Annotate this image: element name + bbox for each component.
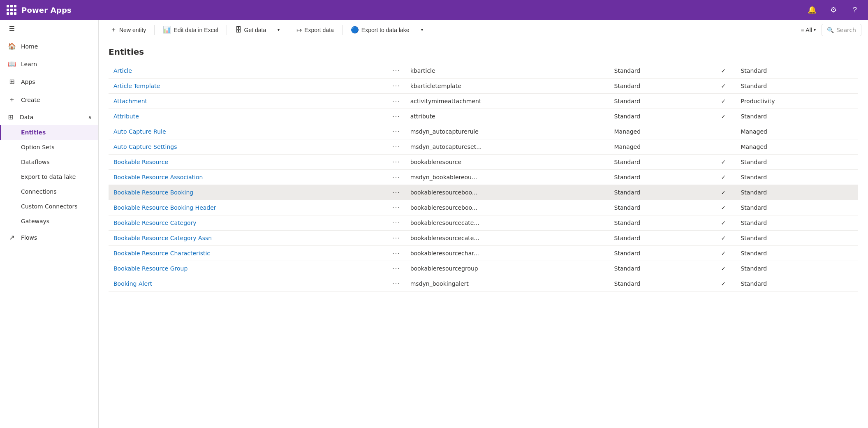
entity-more-menu[interactable]: ··· <box>387 276 405 292</box>
sidebar-item-create[interactable]: ＋ Create <box>0 90 98 109</box>
entity-type: Standard <box>609 170 711 185</box>
notification-button[interactable]: 🔔 <box>806 3 819 16</box>
entity-more-menu[interactable]: ··· <box>387 79 405 94</box>
sidebar-item-apps[interactable]: ⊞ Apps <box>0 73 98 90</box>
entity-name[interactable]: Bookable Resource Booking Header <box>109 200 387 215</box>
entity-auditing: ✓ <box>711 155 736 170</box>
entity-more-menu[interactable]: ··· <box>387 170 405 185</box>
settings-button[interactable]: ⚙ <box>827 3 840 16</box>
table-row[interactable]: Article ··· kbarticle Standard ✓ Standar… <box>109 63 858 79</box>
export-data-icon: ↦ <box>296 26 302 34</box>
entity-tag: Standard <box>736 185 858 200</box>
entity-name[interactable]: Article <box>109 63 387 79</box>
table-row[interactable]: Booking Alert ··· msdyn_bookingalert Sta… <box>109 276 858 292</box>
sidebar-item-data[interactable]: ⊞ Data ∧ <box>0 109 98 125</box>
filter-button[interactable]: ≡ All ▾ <box>796 24 820 36</box>
entity-logical-name: msdyn_bookingalert <box>405 276 609 292</box>
entity-name[interactable]: Bookable Resource Category <box>109 215 387 231</box>
get-data-dropdown[interactable]: ▾ <box>273 25 285 35</box>
table-row[interactable]: Auto Capture Rule ··· msdyn_autocapturer… <box>109 124 858 139</box>
entity-more-menu[interactable]: ··· <box>387 124 405 139</box>
sidebar-sub-export[interactable]: Export to data lake <box>0 169 98 184</box>
entity-tag: Standard <box>736 231 858 246</box>
export-lake-label: Export to data lake <box>361 27 410 33</box>
entity-name[interactable]: Article Template <box>109 79 387 94</box>
table-row[interactable]: Article Template ··· kbarticletemplate S… <box>109 79 858 94</box>
page-title: Entities <box>109 47 858 57</box>
entity-tag: Standard <box>736 276 858 292</box>
table-row[interactable]: Auto Capture Settings ··· msdyn_autocapt… <box>109 139 858 155</box>
entity-name[interactable]: Bookable Resource Category Assn <box>109 231 387 246</box>
entity-more-menu[interactable]: ··· <box>387 246 405 261</box>
entity-type: Standard <box>609 246 711 261</box>
entity-tag: Standard <box>736 170 858 185</box>
sidebar-sub-custom-connectors[interactable]: Custom Connectors <box>0 199 98 214</box>
entity-name[interactable]: Auto Capture Rule <box>109 124 387 139</box>
new-entity-button[interactable]: ＋ New entity <box>105 23 151 37</box>
entity-auditing: ✓ <box>711 63 736 79</box>
filter-lines-icon: ≡ <box>801 27 804 33</box>
entity-name[interactable]: Attribute <box>109 109 387 124</box>
entity-type: Standard <box>609 276 711 292</box>
sidebar-sub-option-sets[interactable]: Option Sets <box>0 140 98 155</box>
entity-more-menu[interactable]: ··· <box>387 231 405 246</box>
entity-more-menu[interactable]: ··· <box>387 215 405 231</box>
get-data-label: Get data <box>244 27 266 33</box>
entity-name[interactable]: Bookable Resource Group <box>109 261 387 276</box>
sidebar-sub-gateways[interactable]: Gateways <box>0 214 98 229</box>
entity-tag: Standard <box>736 155 858 170</box>
entity-auditing <box>711 139 736 155</box>
table-row[interactable]: Bookable Resource Category ··· bookabler… <box>109 215 858 231</box>
entity-name[interactable]: Bookable Resource Association <box>109 170 387 185</box>
edit-data-button[interactable]: 📊 Edit data in Excel <box>158 23 223 36</box>
sidebar-sub-connections[interactable]: Connections <box>0 184 98 199</box>
table-row[interactable]: Bookable Resource Category Assn ··· book… <box>109 231 858 246</box>
entity-tag: Standard <box>736 63 858 79</box>
table-row[interactable]: Attribute ··· attribute Standard ✓ Stand… <box>109 109 858 124</box>
check-icon: ✓ <box>721 250 726 257</box>
table-row[interactable]: Bookable Resource Association ··· msdyn_… <box>109 170 858 185</box>
check-icon: ✓ <box>721 265 726 272</box>
entity-tag: Standard <box>736 261 858 276</box>
sidebar-item-home[interactable]: 🏠 Home <box>0 37 98 55</box>
sidebar-sub-entities[interactable]: Entities <box>0 125 98 140</box>
entity-type: Standard <box>609 79 711 94</box>
entity-more-menu[interactable]: ··· <box>387 94 405 109</box>
connections-label: Connections <box>21 188 57 195</box>
entity-name[interactable]: Bookable Resource Characteristic <box>109 246 387 261</box>
export-lake-button[interactable]: 🔵 Export to data lake <box>346 23 414 36</box>
table-row[interactable]: Bookable Resource Booking Header ··· boo… <box>109 200 858 215</box>
entity-name[interactable]: Booking Alert <box>109 276 387 292</box>
apps-grid-icon[interactable] <box>7 5 16 15</box>
sidebar-item-learn[interactable]: 📖 Learn <box>0 55 98 73</box>
sidebar-hamburger[interactable]: ☰ <box>0 20 98 37</box>
table-row[interactable]: Bookable Resource ··· bookableresource S… <box>109 155 858 170</box>
entity-more-menu[interactable]: ··· <box>387 155 405 170</box>
entity-logical-name: bookableresourceboo... <box>405 185 609 200</box>
table-row[interactable]: Bookable Resource Group ··· bookablereso… <box>109 261 858 276</box>
entity-more-menu[interactable]: ··· <box>387 139 405 155</box>
entity-more-menu[interactable]: ··· <box>387 63 405 79</box>
get-data-chevron-icon: ▾ <box>278 28 280 32</box>
entity-name[interactable]: Bookable Resource Booking <box>109 185 387 200</box>
table-row[interactable]: Bookable Resource Booking ··· bookablere… <box>109 185 858 200</box>
export-lake-dropdown[interactable]: ▾ <box>416 25 428 35</box>
entity-more-menu[interactable]: ··· <box>387 109 405 124</box>
get-data-button[interactable]: 🗄 Get data <box>230 24 271 36</box>
option-sets-label: Option Sets <box>21 144 54 150</box>
entity-more-menu[interactable]: ··· <box>387 261 405 276</box>
entity-name[interactable]: Bookable Resource <box>109 155 387 170</box>
check-icon: ✓ <box>721 98 726 104</box>
sidebar-item-flows[interactable]: ↗ Flows <box>0 229 98 246</box>
entity-more-menu[interactable]: ··· <box>387 200 405 215</box>
table-row[interactable]: Attachment ··· activitymimeattachment St… <box>109 94 858 109</box>
entity-more-menu[interactable]: ··· <box>387 185 405 200</box>
export-data-button[interactable]: ↦ Export data <box>292 23 339 36</box>
search-box[interactable]: 🔍 Search <box>822 24 861 36</box>
entity-name[interactable]: Attachment <box>109 94 387 109</box>
sidebar-sub-dataflows[interactable]: Dataflows <box>0 155 98 169</box>
help-button[interactable]: ? <box>848 3 861 16</box>
entity-name[interactable]: Auto Capture Settings <box>109 139 387 155</box>
table-row[interactable]: Bookable Resource Characteristic ··· boo… <box>109 246 858 261</box>
entity-auditing: ✓ <box>711 200 736 215</box>
